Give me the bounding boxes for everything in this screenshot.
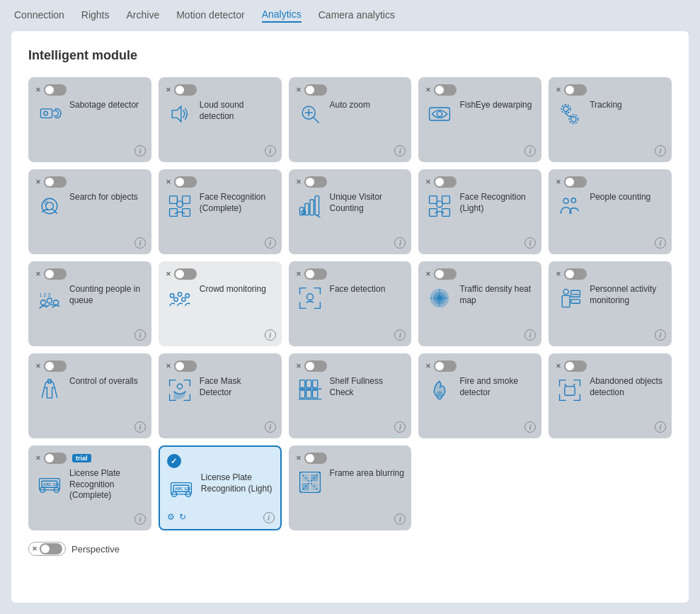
toggle-switch[interactable] bbox=[304, 176, 327, 188]
info-icon[interactable]: i bbox=[655, 421, 666, 433]
module-card-people-counting[interactable]: ✕ People counting i bbox=[549, 169, 672, 254]
module-card-fisheye[interactable]: ✕ FishEye dewarping i bbox=[418, 77, 541, 162]
module-body: Shelf Fullness Check bbox=[296, 376, 405, 431]
module-icon-shelf bbox=[296, 376, 324, 404]
info-icon[interactable]: i bbox=[265, 329, 276, 341]
info-icon[interactable]: i bbox=[134, 421, 146, 433]
module-card-crowd-monitoring[interactable]: ✕ Crowd monitoring i bbox=[159, 261, 282, 346]
nav-connection[interactable]: Connection bbox=[14, 9, 64, 22]
module-card-search-objects[interactable]: ✕ Search for objects i bbox=[28, 169, 151, 254]
module-icon-frameblur bbox=[296, 468, 324, 496]
svg-point-33 bbox=[563, 198, 568, 203]
info-icon[interactable]: i bbox=[265, 237, 276, 249]
toggle-switch[interactable] bbox=[434, 176, 457, 188]
toggle-check[interactable]: ✓ bbox=[167, 454, 181, 468]
toggle-x-icon: ✕ bbox=[296, 455, 302, 462]
info-icon[interactable]: i bbox=[263, 512, 275, 523]
nav-analytics[interactable]: Analytics bbox=[262, 8, 302, 23]
toggle-switch[interactable] bbox=[434, 84, 457, 96]
module-card-face-detection[interactable]: ✕ Face detection i bbox=[289, 261, 412, 346]
toggle-switch[interactable] bbox=[434, 360, 457, 372]
perspective-toggle[interactable]: ✕ bbox=[28, 542, 66, 556]
module-card-frame-blur[interactable]: ✕ Frame area blurring i bbox=[289, 445, 412, 530]
module-label: Traffic density heat map bbox=[459, 284, 534, 306]
toggle-x-icon: ✕ bbox=[425, 86, 431, 93]
module-card-unique-visitor[interactable]: ✕ Unique Visitor Counting i bbox=[289, 169, 412, 254]
svg-point-38 bbox=[53, 300, 58, 305]
toggle-x-icon: ✕ bbox=[425, 271, 431, 278]
module-card-control-overalls[interactable]: ✕ Control of overalls i bbox=[28, 353, 151, 438]
perspective-toggle-switch[interactable] bbox=[40, 543, 62, 555]
module-card-fire-smoke[interactable]: ✕ Fire and smoke detector i bbox=[418, 353, 541, 438]
module-label: Fire and smoke detector bbox=[459, 376, 534, 398]
module-card-shelf-fullness[interactable]: ✕ Shelf Fullness Check i bbox=[289, 353, 412, 438]
svg-point-40 bbox=[178, 292, 181, 296]
toggle-switch[interactable] bbox=[174, 268, 197, 280]
module-label: Sabotage detector bbox=[69, 100, 144, 111]
info-icon[interactable]: i bbox=[655, 145, 666, 157]
info-icon[interactable]: i bbox=[265, 421, 276, 433]
toggle-switch[interactable] bbox=[44, 268, 67, 280]
toggle-switch[interactable] bbox=[174, 360, 197, 372]
module-label: Face Recognition (Complete) bbox=[200, 192, 275, 214]
info-icon[interactable]: i bbox=[134, 329, 146, 341]
module-card-face-recog-complete[interactable]: ✕ Face Recognition (Complete) i bbox=[159, 169, 282, 254]
toggle-switch[interactable] bbox=[174, 176, 197, 188]
module-body: Sabotage detector bbox=[35, 100, 144, 155]
info-icon[interactable]: i bbox=[134, 237, 146, 249]
info-icon[interactable]: i bbox=[134, 513, 146, 525]
toggle-switch[interactable] bbox=[564, 268, 587, 280]
toggle-switch[interactable] bbox=[564, 360, 587, 372]
toggle-switch[interactable] bbox=[304, 453, 327, 464]
module-label: Shelf Fullness Check bbox=[330, 376, 405, 398]
module-label: Tracking bbox=[590, 100, 665, 111]
module-card-traffic-density[interactable]: ✕ Traffic density heat map i bbox=[418, 261, 541, 346]
nav-archive[interactable]: Archive bbox=[127, 9, 160, 22]
info-icon[interactable]: i bbox=[655, 329, 666, 341]
nav-camera-analytics[interactable]: Camera analytics bbox=[319, 9, 395, 22]
toggle-switch[interactable] bbox=[174, 84, 197, 96]
toggle-row: ✕ bbox=[296, 453, 405, 464]
settings-icon[interactable]: ⚙ bbox=[167, 512, 175, 522]
toggle-switch[interactable] bbox=[564, 176, 587, 188]
toggle-switch[interactable] bbox=[44, 176, 67, 188]
toggle-switch[interactable] bbox=[304, 84, 327, 96]
module-icon-tracking bbox=[556, 100, 584, 128]
module-card-lpr-complete[interactable]: ✕ trial ABC 123 License Plate Recognitio… bbox=[28, 445, 151, 530]
toggle-row: ✕ bbox=[296, 84, 405, 96]
toggle-switch[interactable] bbox=[44, 84, 67, 96]
nav-rights[interactable]: Rights bbox=[81, 9, 110, 22]
toggle-x-icon: ✕ bbox=[556, 363, 561, 370]
info-icon[interactable]: i bbox=[655, 237, 666, 249]
module-card-lpr-light[interactable]: ✓ ABC 123 License Plate Recognition (Lig… bbox=[159, 445, 282, 530]
module-card-face-mask[interactable]: ✕ Face Mask Detector i bbox=[159, 353, 282, 438]
module-card-loud-sound[interactable]: ✕ Loud sound detection i bbox=[159, 77, 282, 162]
module-card-counting-queue[interactable]: ✕ 1 2 3 Counting people in queue i bbox=[28, 261, 151, 346]
module-card-sabotage[interactable]: ✕ Sabotage detector i bbox=[28, 77, 151, 162]
toggle-x-icon: ✕ bbox=[425, 363, 431, 370]
module-icon-queue: 1 2 3 bbox=[35, 284, 64, 312]
toggle-row: ✕ bbox=[425, 360, 534, 372]
module-icon-traffic bbox=[425, 284, 454, 312]
refresh-icon[interactable]: ↻ bbox=[179, 512, 186, 522]
module-card-personnel-activity[interactable]: ✕ Personnel activity monitoring i bbox=[549, 261, 672, 346]
nav-motion-detector[interactable]: Motion detector bbox=[176, 9, 245, 22]
perspective-label: Perspective bbox=[71, 544, 120, 555]
module-card-face-recog-light[interactable]: ✕ Face Recognition (Light) i bbox=[418, 169, 541, 254]
toggle-switch[interactable] bbox=[434, 268, 457, 280]
toggle-switch[interactable] bbox=[304, 268, 327, 280]
toggle-x-icon: ✕ bbox=[556, 86, 561, 93]
toggle-switch[interactable] bbox=[44, 453, 67, 464]
toggle-switch[interactable] bbox=[304, 360, 327, 372]
toggle-switch[interactable] bbox=[564, 84, 587, 96]
toggle-x-icon: ✕ bbox=[425, 178, 431, 186]
info-icon[interactable]: i bbox=[134, 145, 146, 157]
module-label: Search for objects bbox=[69, 192, 144, 203]
module-card-auto-zoom[interactable]: ✕ Auto zoom i bbox=[289, 77, 412, 162]
svg-rect-66 bbox=[565, 387, 575, 396]
toggle-switch[interactable] bbox=[44, 360, 67, 372]
module-card-abandoned-objects[interactable]: ✕ Abandoned objects detection i bbox=[549, 353, 672, 438]
module-card-tracking[interactable]: ✕ Tracking i bbox=[549, 77, 672, 162]
svg-rect-24 bbox=[310, 200, 314, 215]
info-icon[interactable]: i bbox=[265, 145, 276, 157]
